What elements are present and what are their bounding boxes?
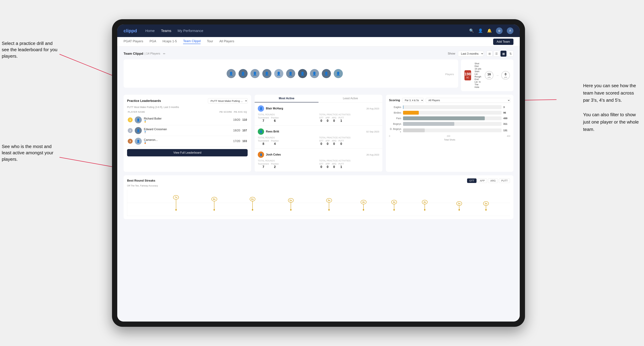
bar-eagles: Eagles 3 [389,105,510,109]
annotation-bottom-left: See who is the most and least active amo… [2,143,58,162]
lb-score-3: 17/20 [233,140,240,143]
subnav-pga[interactable]: PGA [150,39,156,44]
lb-avg-2: 107 [242,129,247,132]
drill-select[interactable]: PUTT Must Make Putting ... [208,98,248,104]
nav-links: Home Teams My Performance [146,29,469,33]
leaderboard-header: Practice Leaderboards PUTT Must Make Put… [127,98,248,104]
bell-icon[interactable]: 🔔 [487,28,492,33]
view-full-leaderboard-button[interactable]: View Full Leaderboard [127,149,248,156]
player-avatar-6[interactable]: 👤 [298,69,307,78]
nav-home[interactable]: Home [146,29,155,33]
players-card: 👤 👤 👤 👤 👤 [124,59,458,88]
activity-card: Most Active Least Active 👤 Blair McHarg … [254,95,382,172]
user-icon[interactable]: 👤 [478,28,483,33]
add-team-button[interactable]: Add Team [493,39,514,45]
team-name: Team Clippd [124,52,143,56]
streak-bubble-0: 7x [173,195,179,199]
streaks-subtitle: Off The Tee, Fairway Accuracy [127,184,510,187]
streak-point-7: 4x [422,200,428,211]
lb-avg-3: 103 [242,140,247,143]
shot-info: Shot Dist: 16 yds Start Lie: Rough End L… [474,62,481,88]
metric-1: 16 yds [485,71,494,80]
nav-performance[interactable]: My Performance [178,29,203,33]
scoring-filter-select[interactable]: Par 3, 4 & 5s [402,98,424,103]
streaks-header: Best Round Streaks OTT APP ARG PUTT [127,178,510,183]
view-icons: ⊞ ☰ ▦ ⇅ [486,51,514,57]
bar-dbogeys: D. Bogeys + 131 [389,128,510,133]
leaderboard-subtitle: PUTT Must Make Putting (3-6 ft), Last 3 … [127,106,248,109]
player-avatar-2[interactable]: 👤 [250,69,260,78]
player-avatar-9[interactable]: 👤 [334,69,343,78]
subnav-allplayers[interactable]: All Players [220,39,234,44]
ap-avatar-2: 👤 [258,128,264,135]
ap-date-3: 26 Aug 2023 [366,154,379,156]
streak-bubble-2: 6x [250,197,255,201]
card-view-icon[interactable]: ▦ [500,51,506,57]
streak-btn-putt[interactable]: PUTT [499,178,510,183]
grid-view-icon[interactable]: ⊞ [486,51,492,57]
sort-icon[interactable]: ⇅ [508,51,514,57]
subnav-teamclippd[interactable]: Team Clippd [183,39,200,44]
ap-stats-2: Total Rounds Tournament 8 Practice 4 [258,137,379,146]
player-avatar-7[interactable]: 👤 [310,69,319,78]
player-avatar-3[interactable]: 👤 [262,69,272,78]
tab-least-active[interactable]: Least Active [318,95,382,102]
shot-metrics: 16 yds → 0 yds [485,71,510,80]
players-footer-label: Players [445,73,454,76]
ap-date-2: 02 Sep 2023 [366,130,379,133]
streak-point-5: 4x [361,200,366,211]
edit-icon[interactable]: ✏ [163,52,166,55]
ap-avatar-3: 👤 [258,152,264,158]
subnav-tour[interactable]: Tour [207,39,213,44]
streak-bubble-6: 4x [391,200,397,204]
streak-bubble-1: 6x [212,197,217,201]
profile-avatar[interactable]: A [507,27,514,34]
lb-avatar-3: 👤 [135,138,142,145]
lb-rank-3: 3 [128,139,133,144]
streaks-title: Best Round Streaks [127,179,156,182]
scoring-players-select[interactable]: All Players [426,98,510,103]
user-avatar[interactable]: ⚙ [496,27,502,34]
nav-icons: 🔍 👤 🔔 ⚙ A [469,27,514,34]
subnav-hcaps[interactable]: Hcaps 1-5 [162,39,177,44]
streak-bubble-4: 5x [326,198,332,202]
ap-name-3: Josh Coles [266,153,364,156]
player-avatar-4[interactable]: 👤 [274,69,283,78]
lb-name-3: Cameron... [144,138,231,142]
subnav-pgat[interactable]: PGAT Players [124,39,143,44]
team-header: Team Clippd | 14 Players ✏ Show Last 3 m… [124,51,514,57]
lb-name-1: Richard Butler [144,117,231,120]
streak-point-2: 6x [250,197,255,211]
player-avatar-1[interactable]: 👤 [238,69,248,78]
ap-name-2: Rees Britt [266,130,364,133]
streak-btn-arg[interactable]: ARG [488,178,498,183]
ap-header-1: 👤 Blair McHarg 26 Aug 2023 [258,105,379,112]
player-avatar-8[interactable]: 👤 [322,69,331,78]
leaderboard-title: Practice Leaderboards [127,99,161,103]
show-select[interactable]: Last 3 months [458,51,484,57]
tablet-screen: clippd Home Teams My Performance 🔍 👤 🔔 ⚙… [117,24,520,322]
scoring-title: Scoring [389,99,400,102]
player-avatar-5[interactable]: 👤 [286,69,295,78]
lb-name-2: Edward Crossman [144,128,231,131]
list-view-icon[interactable]: ☰ [494,51,500,57]
ap-avatar-1: 👤 [258,105,264,112]
scoring-card: Scoring Par 3, 4 & 5s All Players Eagles [386,95,514,172]
nav-teams[interactable]: Teams [161,29,171,33]
search-icon[interactable]: 🔍 [469,28,474,33]
streak-btn-ott[interactable]: OTT [467,178,476,183]
leaderboard-card: Practice Leaderboards PUTT Must Make Put… [124,95,251,172]
ap-stats-3: Total Rounds Tournament 7 Practice 2 [258,160,379,169]
scoring-header: Scoring Par 3, 4 & 5s All Players [389,98,510,103]
bar-pars: Pars 499 [389,116,510,120]
player-item-9: 👤 [334,69,343,78]
lb-avatar-2: 👤 [135,127,142,134]
ap-header-2: 👤 Rees Britt 02 Sep 2023 [258,128,379,135]
streaks-buttons: OTT APP ARG PUTT [467,178,510,183]
player-avatar-0[interactable]: 👤 [226,69,236,78]
streak-bubble-5: 4x [361,200,366,204]
navbar: clippd Home Teams My Performance 🔍 👤 🔔 ⚙… [117,24,520,37]
tab-most-active[interactable]: Most Active [254,95,318,102]
streak-btn-app[interactable]: APP [478,178,487,183]
lb-col-headers: PLAYER NAME PB SCORE PB AVG SQ [127,111,248,113]
